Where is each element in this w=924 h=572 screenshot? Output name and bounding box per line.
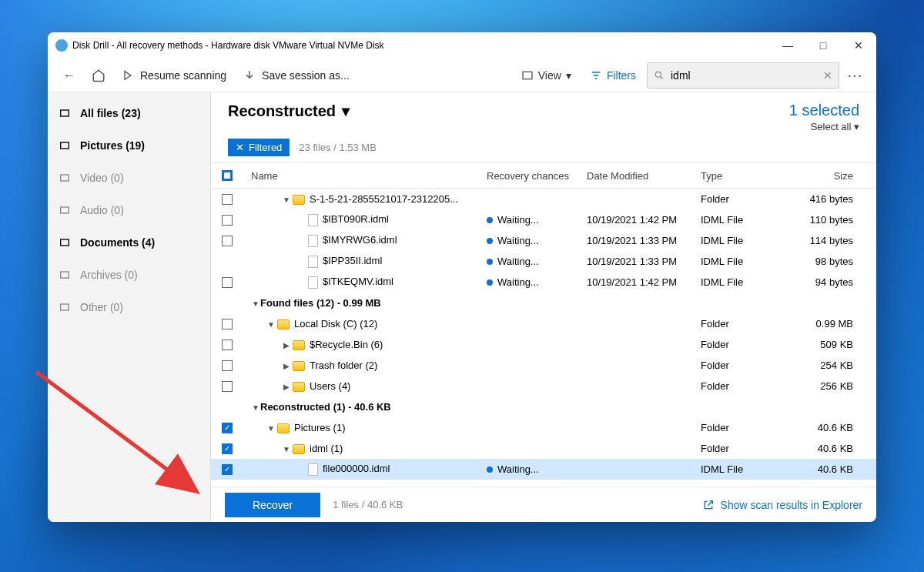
row-name: Found files (12) - 0.99 MB (260, 297, 381, 309)
sidebar-item[interactable]: Archives (0) (48, 259, 210, 291)
section-header[interactable]: ▼Reconstructed (1) - 40.6 KB (211, 396, 876, 417)
sidebar-item[interactable]: Audio (0) (48, 194, 210, 226)
expand-arrow[interactable]: ▶ (282, 362, 291, 370)
minimize-button[interactable]: — (770, 32, 805, 59)
close-button[interactable]: ✕ (841, 32, 876, 59)
expand-arrow[interactable]: ▼ (266, 320, 276, 329)
status-dot (487, 259, 493, 265)
expand-arrow[interactable]: ▼ (251, 403, 260, 412)
show-in-explorer-link[interactable]: Show scan results in Explorer (702, 499, 862, 511)
file-row[interactable]: $IMYRWG6.idmlWaiting...10/19/2021 1:33 P… (211, 230, 876, 251)
row-type: Folder (701, 193, 788, 205)
row-type: IDML File (701, 235, 788, 246)
sidebar-item[interactable]: Other (0) (48, 291, 210, 323)
header-checkbox[interactable] (222, 170, 233, 181)
main-panel: Reconstructed▾ 1 selected Select all ▾ ✕… (211, 92, 876, 522)
search-icon (654, 70, 665, 81)
sidebar-item-label: Archives (0) (80, 269, 138, 281)
filter-chip[interactable]: ✕Filtered (228, 139, 290, 156)
file-row[interactable]: file000000.idmlWaiting...IDML File40.6 K… (211, 459, 876, 480)
file-row[interactable]: $IPP35II.idmlWaiting...10/19/2021 1:33 P… (211, 251, 876, 272)
file-row[interactable]: $ITKEQMV.idmlWaiting...10/19/2021 1:42 P… (211, 272, 876, 293)
sidebar: All files (23)Pictures (19)Video (0)Audi… (48, 92, 211, 522)
column-recovery[interactable]: Recovery chances (487, 170, 587, 182)
home-button[interactable] (85, 62, 112, 89)
row-date: 10/19/2021 1:42 PM (587, 214, 701, 226)
external-link-icon (702, 499, 715, 511)
column-date[interactable]: Date Modified (587, 170, 701, 182)
row-recovery: Waiting... (487, 276, 587, 288)
row-checkbox[interactable] (222, 423, 233, 433)
row-type: Folder (701, 339, 788, 350)
row-checkbox[interactable] (222, 443, 233, 454)
maximize-button[interactable]: □ (805, 32, 841, 59)
row-type: Folder (701, 380, 788, 392)
folder-icon (293, 361, 305, 371)
column-name[interactable]: Name (240, 170, 487, 182)
svg-rect-11 (61, 239, 69, 246)
sidebar-item-label: Audio (0) (80, 204, 124, 216)
section-header[interactable]: ▼Found files (12) - 0.99 MB (211, 293, 876, 313)
row-type: IDML File (701, 276, 788, 288)
row-checkbox[interactable] (222, 381, 233, 392)
chevron-down-icon: ▾ (342, 102, 350, 120)
filters-button[interactable]: Filters (581, 62, 645, 89)
titlebar[interactable]: Disk Drill - All recovery methods - Hard… (48, 32, 876, 59)
search-input[interactable] (671, 69, 817, 82)
status-dot (487, 238, 493, 244)
row-checkbox[interactable] (222, 215, 233, 226)
row-checkbox[interactable] (222, 464, 233, 475)
expand-arrow[interactable]: ▼ (282, 445, 291, 453)
close-icon: ✕ (236, 142, 244, 153)
folder-row[interactable]: ▼idml (1)Folder40.6 KB (211, 438, 876, 459)
row-checkbox[interactable] (222, 319, 233, 329)
row-size: 114 bytes (788, 235, 876, 246)
view-label: View (538, 69, 561, 82)
folder-row[interactable]: ▶Users (4)Folder256 KB (211, 376, 876, 396)
row-checkbox[interactable] (222, 340, 233, 350)
select-all-dropdown[interactable]: Select all ▾ (789, 121, 859, 132)
back-button[interactable]: ← (55, 62, 83, 89)
filters-label: Filters (607, 69, 636, 82)
folder-row[interactable]: ▶Trash folder (2)Folder254 KB (211, 355, 876, 376)
expand-arrow[interactable]: ▼ (282, 196, 291, 204)
row-checkbox[interactable] (222, 194, 233, 205)
row-checkbox[interactable] (222, 236, 233, 246)
sidebar-item[interactable]: Pictures (19) (48, 129, 210, 162)
column-type[interactable]: Type (701, 170, 788, 182)
row-name: Users (4) (310, 380, 350, 392)
column-size[interactable]: Size (788, 170, 876, 182)
resume-scanning-button[interactable]: Resume scanning (114, 62, 234, 89)
row-size: 40.6 KB (788, 463, 876, 475)
row-type: IDML File (701, 463, 788, 475)
row-size: 254 KB (788, 360, 876, 371)
folder-row[interactable]: ▶$Recycle.Bin (6)Folder509 KB (211, 334, 876, 355)
sidebar-item[interactable]: All files (23) (48, 97, 210, 129)
row-checkbox[interactable] (222, 360, 233, 371)
sidebar-item[interactable]: Video (0) (48, 162, 210, 194)
row-checkbox[interactable] (222, 277, 233, 288)
more-menu-button[interactable]: ⋯ (841, 62, 869, 89)
row-type: Folder (701, 422, 788, 433)
expand-arrow[interactable]: ▼ (251, 299, 260, 308)
recover-button[interactable]: Recover (225, 493, 320, 517)
search-input-container: ✕ (647, 62, 839, 89)
file-row[interactable]: $IBT090R.idmlWaiting...10/19/2021 1:42 P… (211, 209, 876, 230)
clear-search-button[interactable]: ✕ (817, 69, 839, 82)
folder-icon (277, 319, 290, 329)
results-category-dropdown[interactable]: Reconstructed▾ (228, 102, 350, 120)
folder-row[interactable]: ▼S-1-5-21-2855521017-2312205...Folder416… (211, 189, 876, 209)
save-session-button[interactable]: Save session as... (236, 62, 357, 89)
expand-arrow[interactable]: ▼ (266, 424, 276, 433)
folder-row[interactable]: ▼Local Disk (C) (12)Folder0.99 MB (211, 313, 876, 334)
expand-arrow[interactable]: ▶ (282, 341, 291, 350)
svg-rect-10 (61, 207, 69, 213)
category-icon (59, 139, 71, 152)
sidebar-item[interactable]: Documents (4) (48, 226, 210, 259)
view-dropdown[interactable]: View▾ (514, 62, 579, 89)
row-type: Folder (701, 443, 788, 454)
expand-arrow[interactable]: ▶ (282, 383, 291, 391)
row-type: Folder (701, 318, 788, 329)
folder-row[interactable]: ▼Pictures (1)Folder40.6 KB (211, 417, 876, 438)
row-recovery: Waiting... (487, 235, 587, 246)
